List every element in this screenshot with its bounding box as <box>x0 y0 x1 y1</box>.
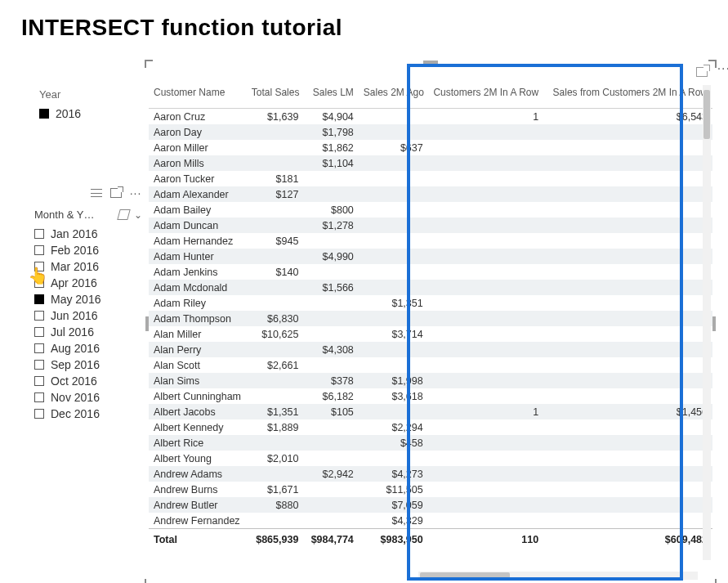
month-slicer-item-label: Feb 2016 <box>51 244 99 257</box>
report-canvas: Year 2016 ··· Month & Y… ⌄ Jan 2016Feb 2… <box>0 49 728 581</box>
column-header[interactable]: Customer Name <box>149 64 247 109</box>
table-cell <box>543 373 712 388</box>
table-row[interactable]: Albert Kennedy$1,889$2,294 <box>149 419 712 435</box>
table-row[interactable]: Adam Bailey$800 <box>149 202 712 218</box>
month-slicer-item[interactable]: Nov 2016 <box>33 389 144 406</box>
resize-handle[interactable] <box>708 579 717 583</box>
column-header[interactable]: Sales 2M Ago <box>359 64 428 109</box>
month-slicer-item[interactable]: Jun 2016 <box>33 307 144 324</box>
table-row[interactable]: Aaron Mills$1,104 <box>149 155 712 171</box>
month-slicer-item[interactable]: Dec 2016 <box>33 406 144 422</box>
table-row[interactable]: Albert Jacobs$1,351$1051$1,456 <box>149 404 712 419</box>
resize-handle[interactable] <box>145 316 149 331</box>
table-row[interactable]: Adam Hunter$4,990 <box>149 249 712 264</box>
vertical-scrollbar[interactable] <box>703 85 711 560</box>
table-row[interactable]: Adam Duncan$1,278 <box>149 218 712 233</box>
month-slicer-item-label: Aug 2016 <box>51 342 100 355</box>
table-row[interactable]: Andrew Burns$1,671$11,505 <box>149 482 712 497</box>
table-row[interactable]: Aaron Day$1,798 <box>149 124 712 140</box>
table-row[interactable]: Albert Young$2,010 <box>149 451 712 466</box>
table-cell <box>428 140 543 155</box>
resize-handle[interactable] <box>712 316 716 331</box>
table-cell <box>359 233 428 249</box>
table-row[interactable]: Adam Jenkins$140 <box>149 264 712 280</box>
month-slicer-item[interactable]: Aug 2016 <box>33 340 144 357</box>
table-row[interactable]: Adam Alexander$127 <box>149 186 712 202</box>
focus-mode-icon[interactable] <box>109 186 123 200</box>
month-slicer-item-label: Sep 2016 <box>51 358 100 371</box>
table-cell <box>543 497 712 513</box>
month-slicer-item[interactable]: May 2016 <box>33 291 144 307</box>
table-row[interactable]: Albert Rice$458 <box>149 435 712 451</box>
table-cell: Albert Rice <box>149 435 247 451</box>
table-row[interactable]: Andrew Fernandez$4,329 <box>149 513 712 529</box>
table-row[interactable]: Alan Perry$4,308 <box>149 342 712 357</box>
table-row[interactable]: Andrew Butler$880$7,059 <box>149 497 712 513</box>
table-cell: Adam Alexander <box>149 186 247 202</box>
visual-focus-mode-icon[interactable] <box>696 67 708 77</box>
table-cell <box>247 513 304 529</box>
table-row[interactable]: Adam Mcdonald$1,566 <box>149 280 712 295</box>
table-cell <box>543 388 712 404</box>
column-header[interactable]: Total Sales <box>247 64 304 109</box>
data-table: Customer Name Total Sales Sales LM Sales… <box>149 64 712 550</box>
resize-handle[interactable] <box>145 579 153 583</box>
table-cell: Albert Jacobs <box>149 404 247 419</box>
resize-handle[interactable] <box>708 60 717 68</box>
month-slicer-item-label: Jul 2016 <box>51 325 94 339</box>
table-row[interactable]: Adam Hernandez$945 <box>149 233 712 249</box>
table-cell: Andrew Butler <box>149 497 247 513</box>
eraser-icon[interactable] <box>117 209 130 220</box>
month-slicer-item[interactable]: Oct 2016 <box>33 373 144 389</box>
table-cell: $3,618 <box>359 388 428 404</box>
table-row[interactable]: Albert Cunningham$6,182$3,618 <box>149 388 712 404</box>
year-slicer-item[interactable]: 2016 <box>39 105 137 122</box>
table-cell <box>428 373 543 388</box>
table-cell <box>303 497 358 513</box>
table-row[interactable]: Adam Thompson$6,830 <box>149 311 712 326</box>
table-cell <box>428 280 543 295</box>
column-header[interactable]: Sales from Customers 2M In A Row <box>543 64 712 109</box>
table-row[interactable]: Adam Riley$1,351 <box>149 295 712 311</box>
scroll-thumb[interactable] <box>420 572 510 579</box>
table-cell <box>359 218 428 233</box>
month-slicer-field-row[interactable]: Month & Y… ⌄ <box>31 204 145 226</box>
scroll-thumb[interactable] <box>703 90 710 139</box>
hamburger-icon[interactable] <box>90 186 103 200</box>
table-row[interactable]: Alan Sims$378$1,998 <box>149 373 712 388</box>
column-header[interactable]: Sales LM <box>303 64 358 109</box>
visual-more-options-icon[interactable]: ··· <box>717 62 728 75</box>
month-slicer-item[interactable]: Apr 2016 <box>33 275 144 291</box>
chevron-down-icon[interactable]: ⌄ <box>134 209 142 221</box>
table-cell <box>303 264 358 280</box>
table-cell: $1,862 <box>303 140 358 155</box>
table-cell <box>428 202 543 218</box>
table-cell <box>543 249 712 264</box>
table-row[interactable]: Alan Scott$2,661 <box>149 357 712 373</box>
month-slicer-item[interactable]: Mar 2016 <box>33 258 144 275</box>
table-visual[interactable]: ··· Customer Name Total Sales Sales LM S… <box>149 64 712 583</box>
table-cell: Alan Sims <box>149 373 247 388</box>
table-cell <box>428 466 543 482</box>
month-slicer-field-label: Month & Y… <box>34 209 94 221</box>
table-cell <box>247 388 304 404</box>
table-row[interactable]: Aaron Cruz$1,639$4,9041$6,543 <box>149 109 712 125</box>
table-cell <box>359 155 428 171</box>
horizontal-scrollbar[interactable] <box>418 572 698 580</box>
table-cell: $2,942 <box>303 466 358 482</box>
table-cell <box>428 171 543 186</box>
month-slicer-item[interactable]: Jan 2016 <box>33 226 144 242</box>
table-row[interactable]: Andrew Adams$2,942$4,273 <box>149 466 712 482</box>
table-row[interactable]: Aaron Tucker$181 <box>149 171 712 186</box>
resize-handle[interactable] <box>423 61 438 64</box>
table-row[interactable]: Aaron Miller$1,862$637 <box>149 140 712 155</box>
month-slicer-item[interactable]: Jul 2016 <box>33 324 144 340</box>
table-cell <box>428 264 543 280</box>
month-slicer-item[interactable]: Feb 2016 <box>33 242 144 258</box>
table-row[interactable]: Alan Miller$10,625$3,714 <box>149 326 712 342</box>
column-header[interactable]: Customers 2M In A Row <box>428 64 543 109</box>
more-options-icon[interactable]: ··· <box>129 186 142 200</box>
checkbox-icon <box>34 229 44 239</box>
resize-handle[interactable] <box>145 60 153 68</box>
month-slicer-item[interactable]: Sep 2016 <box>33 357 144 373</box>
